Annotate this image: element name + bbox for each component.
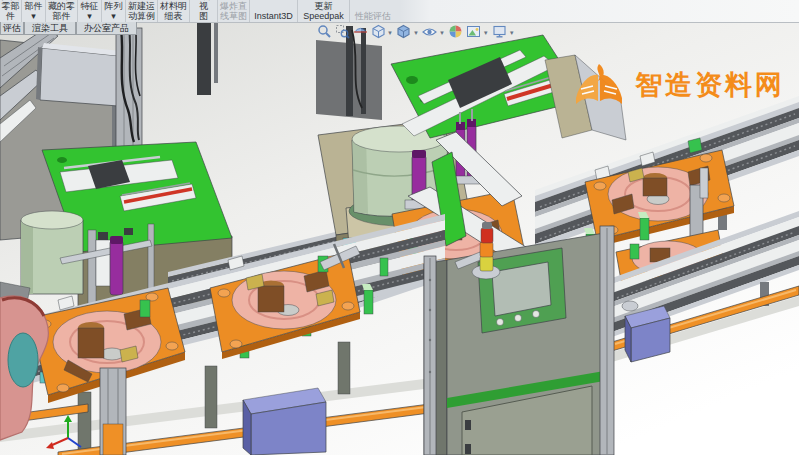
watermark: 智造资料网 bbox=[572, 60, 785, 110]
heads-up-view-toolbar: ▼ ▼ ▼ ▼ ▼ bbox=[316, 23, 516, 39]
ribbon-tabs: 评估 渲染工具 办公室产品 bbox=[0, 22, 137, 35]
control-cabinet[interactable] bbox=[424, 226, 614, 455]
view-settings-dropdown[interactable]: ▼ bbox=[509, 30, 515, 36]
ribbon-toolbar: 插入零部 件 部件 ▾ 显示隐 藏的零 部件 特征 ▾ 阵列 ▾ 新建运 动算例… bbox=[0, 0, 799, 23]
watermark-book-flame-icon bbox=[572, 60, 626, 110]
hide-show-items-icon[interactable] bbox=[422, 23, 438, 39]
electrical-box[interactable] bbox=[36, 43, 121, 106]
features-button[interactable]: 特征 ▾ bbox=[78, 0, 102, 22]
new-motion-study-button[interactable]: 新建运 动算例 bbox=[126, 0, 158, 22]
explode-line-sketch-button[interactable]: 爆炸直 线草图 bbox=[218, 0, 250, 22]
zoom-area-icon[interactable] bbox=[334, 23, 350, 39]
instant3d-button[interactable]: Instant3D bbox=[250, 0, 298, 22]
display-style-dropdown[interactable]: ▼ bbox=[413, 30, 419, 36]
tab-office-products[interactable]: 办公室产品 bbox=[76, 22, 137, 35]
insert-component-button[interactable]: 插入零部 件 bbox=[0, 0, 22, 22]
pattern-button[interactable]: 阵列 ▾ bbox=[102, 0, 126, 22]
gear-motor-bottom[interactable] bbox=[243, 388, 326, 455]
view-settings-icon[interactable] bbox=[492, 23, 508, 39]
watermark-text: 智造资料网 bbox=[635, 67, 785, 103]
hide-show-items-dropdown[interactable]: ▼ bbox=[439, 30, 445, 36]
view-orientation-icon[interactable] bbox=[370, 23, 386, 39]
update-speedpak-button[interactable]: 更新 Speedpak bbox=[298, 0, 350, 22]
exploded-view-button[interactable]: 爆炸视 图 bbox=[190, 0, 218, 22]
purple-cylinder-left[interactable] bbox=[110, 236, 123, 295]
show-hidden-components-button[interactable]: 显示隐 藏的零 部件 bbox=[46, 0, 78, 22]
display-style-icon[interactable] bbox=[396, 23, 412, 39]
buffer-tank-left[interactable] bbox=[21, 211, 83, 294]
performance-evaluation-button[interactable]: 性能评估 bbox=[350, 0, 396, 22]
view-orientation-dropdown[interactable]: ▼ bbox=[387, 30, 393, 36]
aluminum-post-front[interactable] bbox=[100, 368, 126, 455]
tab-render-tools[interactable]: 渲染工具 bbox=[24, 22, 76, 35]
edit-appearance-icon[interactable] bbox=[448, 23, 464, 39]
solidworks-window: 插入零部 件 部件 ▾ 显示隐 藏的零 部件 特征 ▾ 阵列 ▾ 新建运 动算例… bbox=[0, 0, 799, 455]
cable-bundle[interactable] bbox=[116, 23, 142, 150]
zoom-fit-icon[interactable] bbox=[316, 23, 332, 39]
bill-of-materials-button[interactable]: 材料明 细表 bbox=[158, 0, 190, 22]
tab-evaluate[interactable]: 评估 bbox=[0, 22, 24, 35]
component-button[interactable]: 部件 ▾ bbox=[22, 0, 46, 22]
apply-scene-icon[interactable] bbox=[466, 23, 482, 39]
apply-scene-dropdown[interactable]: ▼ bbox=[483, 30, 489, 36]
section-view-icon[interactable] bbox=[352, 23, 368, 39]
